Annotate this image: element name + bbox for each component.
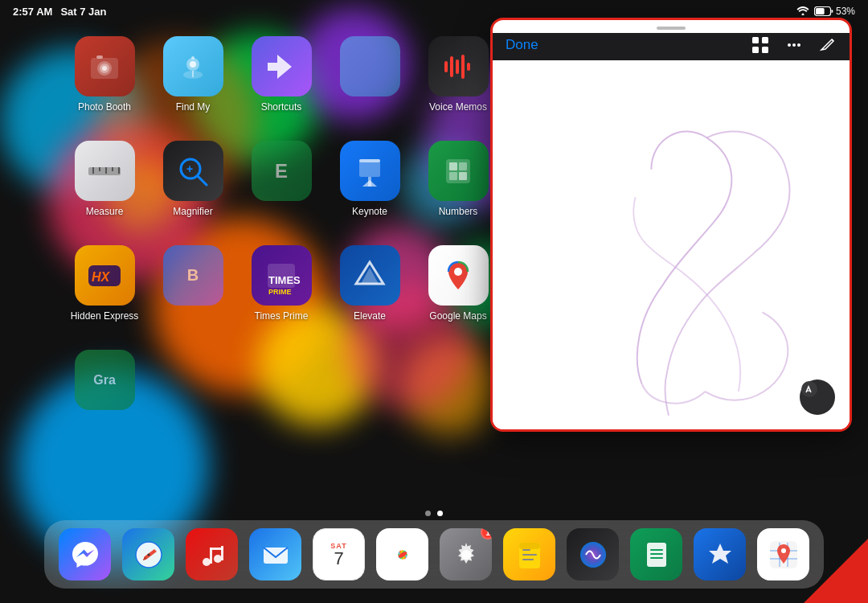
svg-rect-70 xyxy=(522,554,537,556)
settings-badge: 1 xyxy=(481,528,492,539)
panel-grid-button[interactable] xyxy=(751,36,769,54)
measure-label: Measure xyxy=(86,206,124,217)
app-magnifier[interactable]: + Magnifier xyxy=(153,137,233,233)
dot-2-active xyxy=(437,511,443,516)
svg-rect-69 xyxy=(519,543,540,549)
svg-rect-19 xyxy=(92,167,94,174)
measure-icon xyxy=(75,141,135,201)
svg-rect-83 xyxy=(762,47,768,53)
dock-notes[interactable] xyxy=(503,528,555,580)
app-times-prime[interactable]: TIMES PRIME Times Prime xyxy=(241,241,321,338)
magnifier-icon: + xyxy=(163,141,223,201)
app-photo-booth[interactable]: Photo Booth xyxy=(64,32,145,129)
svg-rect-23 xyxy=(118,167,120,174)
calendar-date: 7 xyxy=(334,550,343,568)
status-date: Sat 7 Jan xyxy=(60,6,106,18)
panel-header-icons xyxy=(751,36,837,54)
svg-rect-34 xyxy=(449,172,457,180)
app-hidden-express[interactable]: HX Hidden Express xyxy=(64,241,145,338)
svg-point-48 xyxy=(147,553,149,556)
apple-pencil-button[interactable] xyxy=(800,379,835,415)
svg-rect-7 xyxy=(96,55,103,59)
status-time: 2:57 AM xyxy=(13,6,52,18)
photo-booth-label: Photo Booth xyxy=(78,101,131,113)
app-find-my[interactable]: Find My xyxy=(153,32,233,129)
app-partial-gra: Gra xyxy=(64,346,145,410)
voice-memos-label: Voice Memos xyxy=(429,101,487,113)
elevate-icon xyxy=(340,245,400,306)
svg-rect-75 xyxy=(650,549,663,551)
svg-rect-80 xyxy=(752,37,759,43)
svg-rect-30 xyxy=(359,159,380,162)
numbers-icon xyxy=(428,141,489,201)
app-shortcuts[interactable]: Shortcuts xyxy=(241,32,321,129)
google-maps-label: Google Maps xyxy=(429,310,486,322)
svg-rect-29 xyxy=(368,177,371,187)
svg-point-84 xyxy=(788,43,791,47)
dot-1 xyxy=(425,511,431,516)
panel-header: Done xyxy=(493,33,850,60)
app-google-maps[interactable]: Google Maps xyxy=(418,241,498,338)
svg-point-11 xyxy=(191,56,194,59)
dock-appstore[interactable] xyxy=(694,528,746,580)
hidden-express-label: Hidden Express xyxy=(71,310,139,322)
keynote-label: Keynote xyxy=(352,206,387,217)
times-prime-label: Times Prime xyxy=(255,310,309,322)
app-voice-memos[interactable]: Voice Memos xyxy=(418,32,498,129)
panel-edit-button[interactable] xyxy=(819,36,837,54)
panel-done-button[interactable]: Done xyxy=(506,37,538,53)
svg-rect-33 xyxy=(459,162,467,170)
dock-sheets[interactable] xyxy=(630,528,682,580)
svg-rect-16 xyxy=(461,55,465,79)
dock-safari[interactable] xyxy=(122,528,174,580)
app-elevate[interactable]: Elevate xyxy=(330,241,410,338)
svg-marker-12 xyxy=(268,55,292,79)
floating-panel: Done xyxy=(490,18,852,432)
photo-booth-icon xyxy=(75,36,135,96)
svg-rect-14 xyxy=(450,56,453,77)
svg-point-85 xyxy=(792,43,796,47)
app-partial-top xyxy=(330,32,410,129)
page-dots xyxy=(425,511,443,516)
svg-rect-17 xyxy=(467,63,470,71)
dock-settings[interactable]: 1 xyxy=(440,528,492,580)
app-measure[interactable]: Measure xyxy=(64,137,145,233)
svg-text:PRIME: PRIME xyxy=(268,288,292,296)
battery-percent: 53% xyxy=(836,6,855,17)
dock-messenger[interactable] xyxy=(59,528,111,580)
svg-point-86 xyxy=(797,43,800,47)
battery-icon: 53% xyxy=(814,6,855,17)
app-numbers[interactable]: Numbers xyxy=(418,137,498,233)
svg-point-43 xyxy=(454,268,462,276)
svg-rect-13 xyxy=(444,61,448,72)
svg-text:TIMES: TIMES xyxy=(268,274,301,286)
find-my-label: Find My xyxy=(176,101,211,113)
dock-photos[interactable] xyxy=(376,528,428,580)
dock-calendar[interactable]: SAT 7 xyxy=(313,528,365,580)
dock-siri[interactable] xyxy=(567,528,619,580)
dock-mail[interactable] xyxy=(249,528,301,580)
dock-music[interactable] xyxy=(186,528,238,580)
hidden-express-icon: HX xyxy=(75,245,135,306)
svg-rect-76 xyxy=(650,553,663,555)
svg-rect-77 xyxy=(650,557,663,559)
voice-memos-icon xyxy=(428,36,489,96)
svg-rect-71 xyxy=(522,559,534,560)
partial-icon-4: Gra xyxy=(75,350,135,410)
elevate-label: Elevate xyxy=(354,310,386,322)
app-partial-mid: E xyxy=(241,137,321,233)
panel-more-button[interactable] xyxy=(785,36,803,54)
svg-point-49 xyxy=(203,558,211,566)
dock-maps2[interactable] xyxy=(757,528,809,580)
status-bar: 2:57 AM Sat 7 Jan 53% xyxy=(0,0,868,23)
app-keynote[interactable]: Keynote xyxy=(330,137,410,233)
dock: SAT 7 1 xyxy=(44,520,824,589)
svg-text:HX: HX xyxy=(92,270,111,284)
shortcuts-icon xyxy=(252,36,312,96)
svg-point-0 xyxy=(801,13,804,15)
svg-rect-20 xyxy=(99,167,100,171)
panel-handle xyxy=(657,27,686,30)
svg-rect-2 xyxy=(816,8,825,14)
shortcuts-label: Shortcuts xyxy=(261,101,302,113)
app-partial-bot: B xyxy=(153,241,233,338)
